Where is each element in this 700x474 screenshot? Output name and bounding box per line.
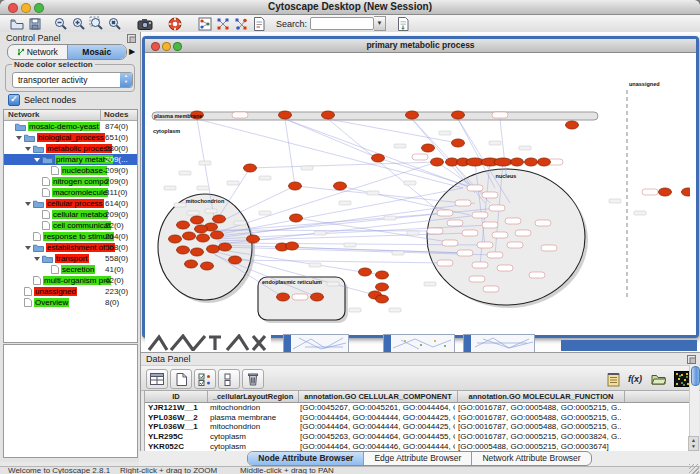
tab-network-attribute-browser[interactable]: Network Attribute Browser [471, 452, 590, 465]
float-panel-icon[interactable] [127, 34, 136, 43]
table-cell[interactable]: YKR052C [145, 442, 207, 451]
network-node[interactable] [177, 221, 190, 229]
network-node[interactable] [191, 216, 204, 224]
network-node[interactable] [289, 182, 302, 190]
tree-row-unassigned[interactable]: unassigned223(0) [4, 286, 137, 297]
network-canvas[interactable]: plasma membranecytoplasmmitochondrionnuc… [145, 53, 696, 335]
tree-row-biological-process[interactable]: biological_process651(0) [4, 132, 137, 143]
table-row[interactable]: YPL036W__1mitochondrion[GO:0044464, GO:0… [145, 422, 690, 432]
network-overview-icon[interactable] [196, 16, 214, 31]
network-node[interactable] [219, 243, 232, 251]
table-cell[interactable]: YJR121W__1 [145, 403, 207, 412]
table-cell[interactable]: [GO:0044464, GO:0044444, GO:0044425, G..… [297, 422, 455, 431]
network-edge[interactable] [285, 119, 295, 186]
column-header-3[interactable]: annotation.GO MOLECULAR_FUNCTION [458, 391, 625, 402]
attribute-table-icon[interactable] [146, 369, 168, 389]
network-node[interactable] [431, 158, 444, 166]
tree-row-primary-metabo[interactable]: primary metabo209(... [4, 154, 137, 165]
expand-arrow-icon[interactable] [34, 158, 40, 162]
network-node[interactable] [334, 182, 347, 190]
table-cell[interactable]: cytoplasm [207, 442, 297, 451]
network-node[interactable] [290, 214, 303, 222]
tree-row-multi-organism-pro[interactable]: multi-organism pro42(0) [4, 275, 137, 286]
scrollbar-arrows[interactable]: ▲▼ [688, 436, 699, 451]
network-node[interactable] [247, 235, 260, 243]
table-scrollbar[interactable] [689, 365, 699, 438]
network-node[interactable] [376, 295, 389, 303]
trash-icon[interactable] [242, 369, 264, 389]
birds-eye-view-panel[interactable] [3, 344, 138, 458]
tree-row-cellular-metabo[interactable]: cellular metabo209(0) [4, 209, 137, 220]
network-node[interactable] [376, 283, 389, 291]
background-window-preview[interactable] [383, 334, 455, 352]
expand-arrow-icon[interactable] [25, 147, 31, 151]
network-node[interactable] [525, 158, 538, 166]
node-color-combobox[interactable]: transporter activity ▲▼ [12, 72, 133, 88]
zoom-out-icon[interactable] [52, 16, 70, 31]
network-node[interactable] [538, 158, 551, 166]
network-node[interactable] [211, 231, 224, 239]
tab-overflow-arrow[interactable]: ▶ [129, 47, 135, 56]
snapshot-camera-icon[interactable] [136, 16, 154, 31]
network-node[interactable] [191, 248, 204, 256]
select-nodes-checkbox[interactable]: ✓ [8, 94, 20, 106]
tree-row-metabolic-process[interactable]: metabolic process280(0) [4, 143, 137, 154]
network-node[interactable] [659, 188, 672, 196]
notepad-icon[interactable] [602, 369, 624, 389]
tab-node-attribute-browser[interactable]: Node Attribute Browser [248, 452, 363, 465]
tree-row-overview[interactable]: Overview8(0) [4, 297, 137, 308]
table-cell[interactable]: YLR295C [145, 432, 207, 441]
network-node[interactable] [311, 293, 324, 301]
tree-row-nucleobase-[interactable]: nucleobase-209(0) [4, 165, 137, 176]
import-table-icon[interactable] [647, 369, 669, 389]
unselect-attributes-icon[interactable] [218, 369, 240, 389]
network-edge[interactable] [285, 119, 490, 195]
scrollbar-thumb[interactable] [691, 366, 700, 386]
tree-header[interactable]: Network Nodes [4, 110, 137, 121]
network-node[interactable] [177, 246, 190, 254]
tree-row-response-to-stimulu[interactable]: response to stimulu264(0) [4, 231, 137, 242]
table-cell[interactable]: [GO:0005488, GO:0005215, GO:0003674] [455, 442, 621, 451]
table-cell[interactable]: plasma membrane [207, 413, 297, 422]
network-node[interactable] [452, 111, 465, 119]
table-row[interactable]: YPL036W__2plasma membrane[GO:0044464, GO… [145, 413, 690, 423]
network-node[interactable] [566, 121, 579, 129]
network-node[interactable] [201, 262, 214, 270]
table-row[interactable]: YKR052Ccytoplasm[GO:0044464, GO:0044446,… [145, 441, 690, 451]
tree-row-transport[interactable]: transport558(0) [4, 253, 137, 264]
float-panel-icon[interactable] [687, 355, 696, 364]
network-edge[interactable] [328, 119, 458, 143]
background-window-edge[interactable] [561, 340, 697, 351]
combobox-arrows-icon[interactable]: ▲▼ [120, 73, 132, 87]
compartment-plasma-membrane[interactable] [152, 112, 598, 120]
window-titlebar[interactable]: Cytoscape Desktop (New Session) [0, 0, 700, 15]
apply-layout-icon[interactable] [214, 16, 232, 31]
tree-row-cellular-process[interactable]: cellular process614(0) [4, 198, 137, 209]
table-cell[interactable]: YPL036W__2 [145, 413, 207, 422]
expand-arrow-icon[interactable] [25, 202, 31, 206]
background-window-preview[interactable] [283, 334, 349, 352]
tree-row-cell-communicat[interactable]: cell communicat22(0) [4, 220, 137, 231]
column-header-1[interactable]: _cellularLayoutRegion [208, 391, 299, 402]
network-edge[interactable] [235, 260, 445, 263]
import-attributes-icon[interactable] [394, 16, 412, 31]
expand-arrow-icon[interactable] [16, 136, 22, 140]
network-view-window[interactable]: primary metabolic process plasma membran… [142, 36, 699, 338]
search-dropdown-button[interactable]: ▼ [374, 16, 386, 31]
table-cell[interactable]: [GO:0045267, GO:0045261, GO:0044464, G..… [297, 403, 455, 412]
table-cell[interactable]: [GO:0044464, GO:0044444, GO:0044425, G..… [297, 413, 455, 422]
help-lifering-icon[interactable] [166, 16, 184, 31]
network-node[interactable] [244, 164, 257, 172]
network-node[interactable] [197, 234, 210, 242]
tree-row-mosaic-demo-yeast[interactable]: mosaic-demo-yeast874(0) [4, 121, 137, 132]
resize-grip[interactable] [689, 464, 699, 474]
network-node[interactable] [183, 232, 196, 240]
network-node[interactable] [376, 271, 389, 279]
table-cell[interactable]: YPL036W__1 [145, 422, 207, 431]
annotation-icon[interactable] [250, 16, 268, 31]
tab-network[interactable]: Network [8, 45, 67, 59]
save-session-button[interactable] [26, 16, 44, 31]
expand-arrow-icon[interactable] [25, 246, 31, 250]
background-window-preview[interactable] [145, 334, 271, 351]
new-attribute-icon[interactable] [170, 369, 192, 389]
